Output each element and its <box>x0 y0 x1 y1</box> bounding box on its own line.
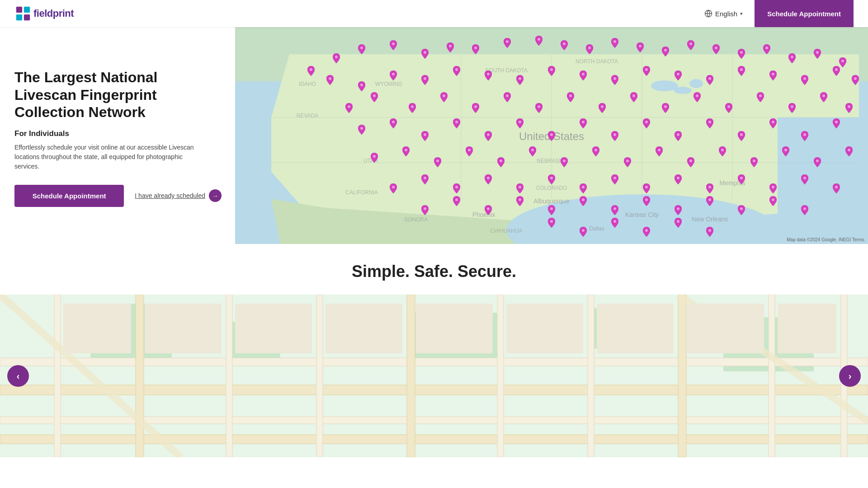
svg-text:NEBRASKA: NEBRASKA <box>537 158 566 164</box>
navbar: fieldprint English ▾ Schedule Appointmen… <box>0 0 868 27</box>
svg-rect-186 <box>416 304 493 353</box>
svg-rect-3 <box>24 14 30 20</box>
schedule-appointment-button-nav[interactable]: Schedule Appointment <box>755 0 854 27</box>
hero-map-area: United States Kansas City Memphis Albuqu… <box>235 27 868 244</box>
map-background: United States Kansas City Memphis Albuqu… <box>235 27 868 244</box>
svg-rect-169 <box>0 435 868 444</box>
svg-text:CALIFORNIA: CALIFORNIA <box>345 189 378 196</box>
svg-text:COLORADO: COLORADO <box>536 185 567 191</box>
svg-rect-174 <box>407 295 415 457</box>
hero-title: The Largest National Livescan Fingerprin… <box>14 69 222 121</box>
svg-rect-177 <box>678 295 686 457</box>
svg-rect-175 <box>497 295 504 457</box>
svg-rect-1 <box>24 7 30 13</box>
lower-section: Simple. Safe. Secure. <box>0 244 868 488</box>
tagline-heading: Simple. Safe. Secure. <box>0 244 868 295</box>
svg-text:CHIHUAHUA: CHIHUAHUA <box>490 228 522 234</box>
arrow-right-icon: → <box>209 189 222 202</box>
language-label: English <box>715 10 737 18</box>
svg-rect-185 <box>326 304 402 353</box>
next-arrow-button[interactable]: › <box>839 365 861 387</box>
svg-text:WYOMING: WYOMING <box>375 81 402 87</box>
svg-rect-172 <box>226 295 232 457</box>
hero-subtitle: For Individuals <box>14 129 222 138</box>
svg-text:New Orleans: New Orleans <box>692 216 728 223</box>
svg-rect-188 <box>597 304 674 353</box>
nav-right: English ▾ Schedule Appointment <box>700 0 854 27</box>
map-attribution: Map data ©2024 Google, INEGI Terms <box>787 237 864 242</box>
svg-text:Albuquerque: Albuquerque <box>533 197 570 205</box>
logo-area: fieldprint <box>14 5 74 22</box>
hero-description: Effortlessly schedule your visit online … <box>14 143 195 171</box>
chevron-right-icon: › <box>849 371 852 381</box>
already-scheduled-text: I have already scheduled <box>135 192 205 199</box>
svg-rect-166 <box>0 358 868 366</box>
prev-arrow-button[interactable]: ‹ <box>7 365 29 387</box>
street-map-svg <box>0 295 868 457</box>
svg-rect-182 <box>63 304 131 353</box>
svg-text:Phoenix: Phoenix <box>472 211 495 218</box>
svg-text:Memphis: Memphis <box>720 179 745 187</box>
svg-rect-190 <box>778 304 836 353</box>
hero-left-panel: The Largest National Livescan Fingerprin… <box>0 27 235 244</box>
svg-point-13 <box>689 79 703 88</box>
hero-actions: Schedule Appointment I have already sche… <box>14 185 222 207</box>
svg-rect-189 <box>687 304 764 353</box>
svg-rect-171 <box>136 295 144 457</box>
svg-text:NORTH DAKOTA: NORTH DAKOTA <box>576 58 618 65</box>
svg-rect-184 <box>235 304 312 353</box>
svg-rect-0 <box>16 7 22 13</box>
svg-text:Dallas: Dallas <box>589 225 604 232</box>
street-map <box>0 295 868 457</box>
hero-section: The Largest National Livescan Fingerprin… <box>0 27 868 244</box>
svg-rect-183 <box>145 304 222 353</box>
svg-rect-10 <box>778 117 868 244</box>
svg-rect-187 <box>506 304 583 353</box>
svg-rect-167 <box>0 385 868 395</box>
chevron-down-icon: ▾ <box>740 11 743 17</box>
svg-text:UTAH: UTAH <box>363 158 378 164</box>
svg-text:NEVADA: NEVADA <box>297 113 318 119</box>
globe-icon <box>704 9 712 18</box>
logo-text: fieldprint <box>33 8 74 19</box>
fieldprint-logo-icon <box>14 5 32 22</box>
already-scheduled-link[interactable]: I have already scheduled → <box>135 189 222 202</box>
svg-text:United States: United States <box>519 130 584 142</box>
language-selector[interactable]: English ▾ <box>700 7 747 20</box>
svg-rect-2 <box>16 14 22 20</box>
svg-rect-168 <box>0 417 868 424</box>
us-map-svg: United States Kansas City Memphis Albuqu… <box>235 27 868 244</box>
chevron-left-icon: ‹ <box>17 371 20 381</box>
svg-text:Kansas City: Kansas City <box>625 211 659 218</box>
svg-rect-176 <box>588 295 594 457</box>
schedule-appointment-button-hero[interactable]: Schedule Appointment <box>14 185 124 207</box>
svg-rect-170 <box>54 295 61 457</box>
svg-rect-173 <box>316 295 323 457</box>
svg-point-12 <box>674 87 692 94</box>
svg-text:IDAHO: IDAHO <box>299 81 316 87</box>
svg-text:SONORA: SONORA <box>404 216 428 223</box>
svg-text:SOUTH DAKOTA: SOUTH DAKOTA <box>485 67 528 74</box>
lower-map-area: ‹ › <box>0 295 868 457</box>
svg-rect-178 <box>769 295 775 457</box>
